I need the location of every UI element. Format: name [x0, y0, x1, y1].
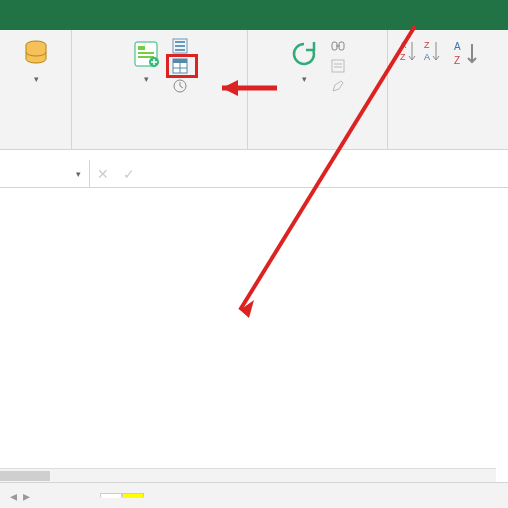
- new-query-button[interactable]: ▾: [124, 34, 168, 89]
- chevron-down-icon: ▾: [144, 74, 149, 85]
- horizontal-scrollbar[interactable]: [0, 468, 496, 482]
- sheet-tab-2[interactable]: [122, 493, 144, 498]
- sort-asc-button[interactable]: AZ: [396, 34, 420, 70]
- chevron-down-icon: ▾: [76, 169, 81, 179]
- svg-text:Z: Z: [454, 55, 460, 66]
- ribbon-group-get-transform: ▾: [72, 30, 248, 149]
- svg-text:Z: Z: [400, 52, 406, 62]
- chevron-down-icon: ▾: [302, 74, 307, 85]
- database-icon: [20, 38, 52, 70]
- sort-button[interactable]: AZ: [444, 34, 488, 78]
- svg-rect-3: [138, 52, 154, 54]
- ribbon: ▾ ▾: [0, 30, 508, 150]
- sort-icon: AZ: [450, 38, 482, 70]
- svg-rect-9: [175, 49, 185, 51]
- recent-icon: [172, 78, 188, 94]
- properties-button[interactable]: [326, 56, 354, 76]
- svg-rect-2: [138, 46, 145, 50]
- svg-text:A: A: [454, 41, 461, 52]
- formula-bar: ▾ ✕ ✓: [0, 160, 508, 188]
- group-title-get-transform: [78, 143, 241, 149]
- svg-rect-18: [332, 60, 344, 72]
- connections-button[interactable]: [326, 36, 354, 56]
- from-table-button[interactable]: [168, 56, 196, 76]
- sheet-tab-strip: ◂▸: [0, 482, 508, 508]
- get-external-data-button[interactable]: ▾: [14, 34, 58, 89]
- svg-text:Z: Z: [424, 40, 430, 50]
- chevron-down-icon: ▾: [34, 74, 39, 85]
- sort-desc-button[interactable]: ZA: [420, 34, 444, 70]
- properties-icon: [330, 58, 346, 74]
- confirm-icon[interactable]: ✓: [116, 166, 142, 182]
- ribbon-group-external: ▾: [0, 30, 72, 149]
- list-icon: [172, 38, 188, 54]
- link-icon: [330, 38, 346, 54]
- menu-bar: [0, 0, 508, 30]
- svg-rect-8: [175, 45, 185, 47]
- sort-az-icon: AZ: [398, 38, 418, 66]
- svg-text:A: A: [424, 52, 430, 62]
- svg-text:A: A: [400, 40, 406, 50]
- refresh-icon: [288, 38, 320, 70]
- edit-link-icon: [330, 78, 346, 94]
- query-icon: [130, 38, 162, 70]
- edit-links-button[interactable]: [326, 76, 354, 96]
- sheet-tab-1[interactable]: [100, 493, 122, 498]
- ribbon-group-sort: AZ ZA AZ: [388, 30, 496, 149]
- table-icon: [172, 58, 188, 74]
- name-box[interactable]: ▾: [0, 160, 90, 187]
- cancel-icon[interactable]: ✕: [90, 166, 116, 182]
- tab-nav[interactable]: ◂▸: [0, 488, 100, 504]
- ribbon-group-connections: ▾: [248, 30, 388, 149]
- show-queries-button[interactable]: [168, 36, 196, 56]
- sort-za-icon: ZA: [422, 38, 442, 66]
- group-title-connections: [254, 143, 381, 149]
- refresh-all-button[interactable]: ▾: [282, 34, 326, 89]
- recent-sources-button[interactable]: [168, 76, 196, 96]
- svg-rect-7: [175, 41, 185, 43]
